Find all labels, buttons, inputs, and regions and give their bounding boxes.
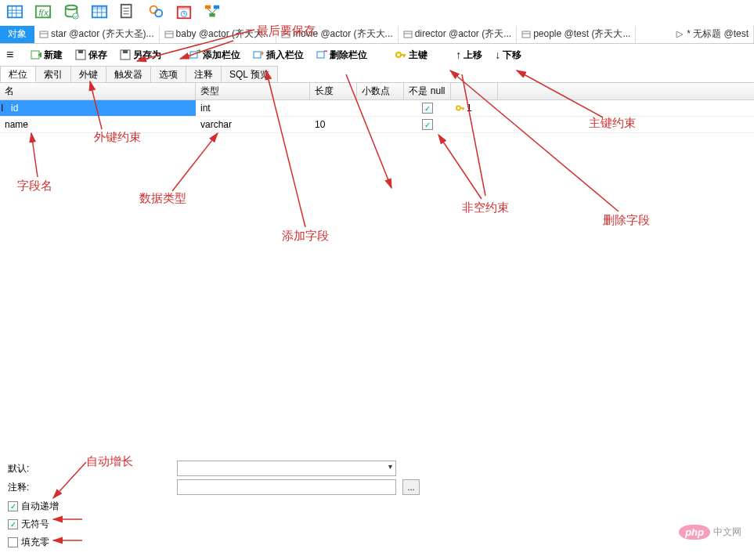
cell-key[interactable]: 1 xyxy=(451,100,498,116)
annotation: 删除字段 xyxy=(603,213,650,228)
tab-movie[interactable]: movie @actor (齐天大... xyxy=(276,26,399,43)
svg-point-55 xyxy=(456,106,460,110)
svg-rect-46 xyxy=(123,50,128,53)
key-icon xyxy=(456,103,465,113)
schedule-icon[interactable] xyxy=(175,3,193,23)
comment-label: 注释: xyxy=(8,481,47,494)
svg-rect-44 xyxy=(78,50,83,53)
tab-field[interactable]: 栏位 xyxy=(0,66,36,82)
header-type[interactable]: 类型 xyxy=(196,83,310,99)
cell-notnull[interactable]: ✓ xyxy=(404,117,451,132)
tab-baby[interactable]: baby @actor (齐天大... xyxy=(160,26,277,43)
svg-rect-40 xyxy=(31,51,39,59)
field-properties: 默认: 注释: ... ✓ 自动递增 ✓ 无符号 填充零 xyxy=(8,457,746,554)
header-name[interactable]: 名 xyxy=(0,83,196,99)
cell-length[interactable]: 10 xyxy=(310,117,357,132)
annotation: 非空约束 xyxy=(462,201,509,215)
zerofill-checkbox[interactable] xyxy=(8,537,18,547)
svg-rect-49 xyxy=(254,52,261,58)
deletefield-button[interactable]: −删除栏位 xyxy=(310,47,373,63)
insertfield-button[interactable]: 插入栏位 xyxy=(247,47,310,63)
table-row[interactable]: I id int ✓ 1 xyxy=(0,100,754,117)
tab-comment[interactable]: 注释 xyxy=(186,66,222,82)
tab-object[interactable]: 对象 xyxy=(0,26,34,43)
cell-length[interactable] xyxy=(310,100,357,116)
comment-ellipsis-button[interactable]: ... xyxy=(402,479,420,495)
annotation: 数据类型 xyxy=(139,191,186,206)
new-button[interactable]: 新建 xyxy=(24,47,69,63)
svg-line-62 xyxy=(172,133,218,191)
comment-input[interactable] xyxy=(177,479,396,495)
annotation: 添加字段 xyxy=(282,229,329,244)
designer-tabs: 栏位 索引 外键 触发器 选项 注释 SQL 预览 xyxy=(0,66,754,83)
tab-index[interactable]: 索引 xyxy=(35,66,71,82)
tab-sqlpreview[interactable]: SQL 预览 xyxy=(221,66,278,82)
cell-name[interactable]: I id xyxy=(0,100,196,116)
autoinc-checkbox[interactable]: ✓ xyxy=(8,501,18,511)
tab-option[interactable]: 选项 xyxy=(150,66,186,82)
field-grid: I id int ✓ 1 name varchar 10 ✓ xyxy=(0,100,754,133)
cell-key[interactable] xyxy=(451,117,498,132)
document-tabs: 对象 star @actor (齐天大圣)... baby @actor (齐天… xyxy=(0,25,754,44)
table-row[interactable]: name varchar 10 ✓ xyxy=(0,117,754,133)
svg-line-65 xyxy=(438,135,482,199)
save-button[interactable]: 保存 xyxy=(69,47,114,63)
svg-rect-0 xyxy=(8,5,22,17)
zerofill-label: 填充零 xyxy=(21,536,49,549)
unsigned-label: 无符号 xyxy=(21,518,49,531)
checkbox-icon[interactable]: ✓ xyxy=(422,119,433,130)
tab-people[interactable]: people @test (齐天大... xyxy=(517,26,636,43)
checkbox-icon[interactable]: ✓ xyxy=(422,103,433,114)
cell-decimal[interactable] xyxy=(357,117,404,132)
svg-rect-30 xyxy=(40,31,48,38)
model-icon[interactable] xyxy=(204,3,221,23)
cell-notnull[interactable]: ✓ xyxy=(404,100,451,116)
table-icon[interactable] xyxy=(6,3,23,23)
header-decimal[interactable]: 小数点 xyxy=(357,83,404,99)
cell-type[interactable]: varchar xyxy=(196,117,310,132)
moveup-button[interactable]: ↑上移 xyxy=(449,47,489,63)
svg-line-28 xyxy=(208,9,213,13)
header-length[interactable]: 长度 xyxy=(310,83,357,99)
svg-rect-32 xyxy=(165,31,173,38)
view-icon[interactable] xyxy=(147,3,164,23)
annotation: 字段名 xyxy=(17,179,52,193)
header-notnull[interactable]: 不是 null xyxy=(404,83,451,99)
table2-icon[interactable] xyxy=(91,3,108,23)
tab-star[interactable]: star @actor (齐天大圣)... xyxy=(34,26,160,43)
database-icon[interactable] xyxy=(63,3,80,23)
cell-name[interactable]: name xyxy=(0,117,196,132)
addfield-button[interactable]: +添加栏位 xyxy=(183,47,247,63)
svg-rect-25 xyxy=(205,5,211,9)
svg-rect-26 xyxy=(214,5,219,9)
tab-fk[interactable]: 外键 xyxy=(70,66,106,82)
default-dropdown[interactable] xyxy=(177,461,396,476)
unsigned-checkbox[interactable]: ✓ xyxy=(8,519,18,529)
primarykey-button[interactable]: 主键 xyxy=(389,47,434,63)
action-toolbar: 新建 保存 另存为 +添加栏位 插入栏位 −删除栏位 主键 ↑上移 ↓下移 xyxy=(20,44,532,66)
svg-text:+: + xyxy=(197,49,200,56)
grid-header: 名 类型 长度 小数点 不是 null xyxy=(0,83,754,100)
php-badge: php xyxy=(679,525,710,540)
saveas-button[interactable]: 另存为 xyxy=(114,47,168,63)
svg-rect-36 xyxy=(404,31,412,38)
cell-type[interactable]: int xyxy=(196,100,310,116)
movedown-button[interactable]: ↓下移 xyxy=(489,47,528,63)
svg-point-8 xyxy=(73,13,78,18)
function-icon[interactable]: f(x) xyxy=(34,3,52,23)
svg-rect-34 xyxy=(282,31,290,38)
svg-line-29 xyxy=(212,9,217,13)
svg-rect-38 xyxy=(522,31,530,38)
tab-trigger[interactable]: 触发器 xyxy=(106,66,151,82)
tab-untitled[interactable]: * 无标题 @test xyxy=(670,26,754,43)
hamburger-icon[interactable]: ≡ xyxy=(0,45,20,65)
report-icon[interactable] xyxy=(119,3,136,23)
svg-line-61 xyxy=(31,133,38,177)
svg-rect-10 xyxy=(92,5,106,9)
svg-point-19 xyxy=(155,9,162,16)
cell-decimal[interactable] xyxy=(357,100,404,116)
svg-point-18 xyxy=(150,5,157,13)
svg-point-52 xyxy=(396,52,401,57)
tab-director[interactable]: director @actor (齐天... xyxy=(399,26,518,43)
svg-point-7 xyxy=(66,5,78,9)
